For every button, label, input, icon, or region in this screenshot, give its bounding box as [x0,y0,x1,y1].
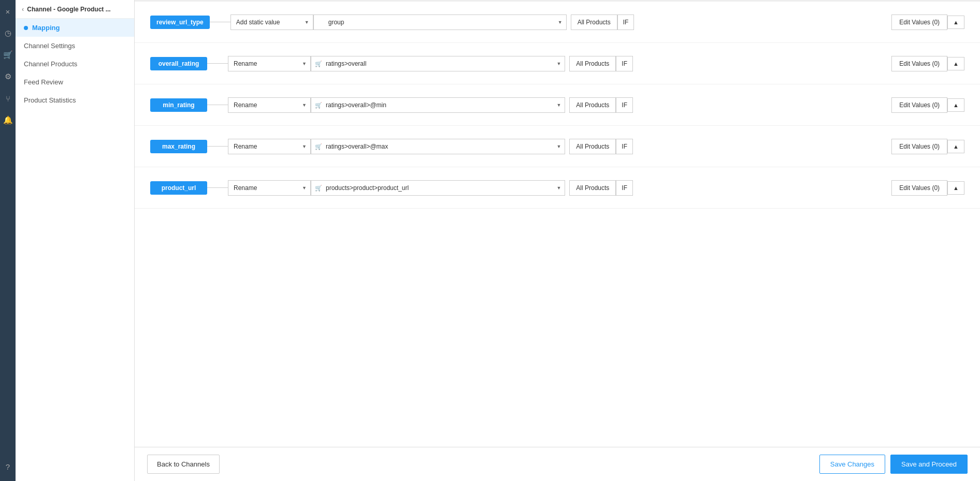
connector-review_url_type [210,22,230,22]
value-select-wrap-max_rating: ratings>overall>@max [311,139,565,154]
back-to-channels-button[interactable]: Back to Channels [147,455,220,474]
field-badge-review_url_type: review_url_type [150,16,210,29]
sidebar-item-feed-review[interactable]: Feed Review [16,73,134,91]
main-content: review_url_type Add static value Rename … [135,0,980,481]
action-select-min_rating[interactable]: Rename Rename Add static value Remove [228,97,311,113]
action-select-product_url[interactable]: Rename Rename Add static value Remove [228,180,311,196]
sidebar-title: Channel - Google Product ... [27,6,110,13]
all-products-button-max_rating[interactable]: All Products [569,139,616,154]
field-badge-product_url: product_url [150,181,207,195]
collapse-button-min_rating[interactable]: ▲ [947,98,964,112]
sidebar-item-channel-settings-label: Channel Settings [24,42,75,50]
footer-left: Back to Channels [147,455,220,474]
mapping-row-overall_rating: overall_rating Rename Rename Add static … [135,43,980,84]
mapping-row-product_url: product_url Rename Rename Add static val… [135,167,980,209]
value-select-wrap-overall_rating: ratings>overall [311,56,565,71]
all-products-button-min_rating[interactable]: All Products [569,97,616,113]
all-products-button-review_url_type[interactable]: All Products [571,14,617,30]
sidebar-item-product-statistics-label: Product Statistics [24,96,76,104]
connector-overall_rating [207,63,228,64]
bell-icon[interactable]: 🔔 [2,114,14,126]
action-select-wrap-max_rating: Rename Rename Add static value Remove [228,139,311,154]
connector-max_rating [207,146,228,147]
edit-values-button-min_rating[interactable]: Edit Values (0) [891,97,947,113]
value-select-min_rating[interactable]: ratings>overall>@min [311,97,565,113]
if-button-overall_rating[interactable]: IF [616,56,633,71]
content-area: review_url_type Add static value Rename … [135,0,980,447]
close-icon[interactable]: × [2,5,14,18]
field-badge-overall_rating: overall_rating [150,57,207,70]
sidebar-header: ‹ Channel - Google Product ... [16,0,134,19]
mapping-rows-container: review_url_type Add static value Rename … [135,2,980,209]
sidebar-item-channel-settings[interactable]: Channel Settings [16,37,134,55]
edit-values-button-review_url_type[interactable]: Edit Values (0) [891,14,947,30]
gear-icon[interactable]: ⚙ [2,70,14,83]
sidebar-item-channel-products[interactable]: Channel Products [16,55,134,73]
sidebar-item-mapping-label: Mapping [32,24,60,32]
if-button-review_url_type[interactable]: IF [617,14,635,30]
connector-product_url [207,187,228,188]
sidebar-item-product-statistics[interactable]: Product Statistics [16,91,134,109]
clock-icon[interactable]: ◷ [2,27,14,39]
action-select-wrap-review_url_type: Add static value Rename Add static value… [230,14,313,30]
footer: Back to Channels Save Changes Save and P… [135,447,980,481]
mapping-row-max_rating: max_rating Rename Rename Add static valu… [135,126,980,167]
field-badge-min_rating: min_rating [150,98,207,112]
all-products-button-product_url[interactable]: All Products [569,180,616,196]
collapse-button-product_url[interactable]: ▲ [947,181,964,195]
mapping-row-min_rating: min_rating Rename Rename Add static valu… [135,84,980,126]
connector-min_rating [207,105,228,105]
cart-icon[interactable]: 🛒 [2,49,14,61]
edit-values-button-product_url[interactable]: Edit Values (0) [891,180,947,196]
value-select-max_rating[interactable]: ratings>overall>@max [311,139,565,154]
sidebar-item-mapping[interactable]: Mapping [16,19,134,37]
save-changes-button[interactable]: Save Changes [819,455,885,474]
action-select-max_rating[interactable]: Rename Rename Add static value Remove [228,139,311,154]
value-select-wrap-review_url_type: group [313,14,567,30]
action-select-wrap-overall_rating: Rename Rename Add static value Remove [228,56,311,71]
collapse-button-max_rating[interactable]: ▲ [947,140,964,153]
save-and-proceed-button[interactable]: Save and Proceed [890,455,968,474]
fork-icon[interactable]: ⑂ [2,92,14,105]
sidebar-nav: Mapping Channel Settings Channel Product… [16,19,134,109]
mapping-row-review_url_type: review_url_type Add static value Rename … [135,2,980,43]
edit-values-button-max_rating[interactable]: Edit Values (0) [891,139,947,154]
action-select-overall_rating[interactable]: Rename Rename Add static value Remove [228,56,311,71]
sidebar-item-channel-products-label: Channel Products [24,60,77,68]
sidebar: ‹ Channel - Google Product ... Mapping C… [16,0,135,481]
active-dot [24,26,28,30]
help-icon[interactable]: ? [2,460,14,473]
if-button-product_url[interactable]: IF [616,180,633,196]
value-select-wrap-min_rating: ratings>overall>@min [311,97,565,113]
collapse-button-review_url_type[interactable]: ▲ [947,16,964,29]
edit-values-button-overall_rating[interactable]: Edit Values (0) [891,56,947,71]
field-badge-max_rating: max_rating [150,140,207,153]
sidebar-item-feed-review-label: Feed Review [24,78,63,86]
collapse-button-overall_rating[interactable]: ▲ [947,57,964,70]
value-select-product_url[interactable]: products>product>product_url [311,180,565,196]
all-products-button-overall_rating[interactable]: All Products [569,56,616,71]
action-select-wrap-product_url: Rename Rename Add static value Remove [228,180,311,196]
if-button-max_rating[interactable]: IF [616,139,633,154]
action-select-review_url_type[interactable]: Add static value Rename Add static value… [230,14,313,30]
back-chevron[interactable]: ‹ [22,5,24,13]
value-select-review_url_type[interactable]: group [313,14,567,30]
footer-right: Save Changes Save and Proceed [819,455,968,474]
if-button-min_rating[interactable]: IF [616,97,633,113]
icon-bar: × ◷ 🛒 ⚙ ⑂ 🔔 ? [0,0,16,481]
value-select-wrap-product_url: products>product>product_url [311,180,565,196]
value-select-overall_rating[interactable]: ratings>overall [311,56,565,71]
action-select-wrap-min_rating: Rename Rename Add static value Remove [228,97,311,113]
